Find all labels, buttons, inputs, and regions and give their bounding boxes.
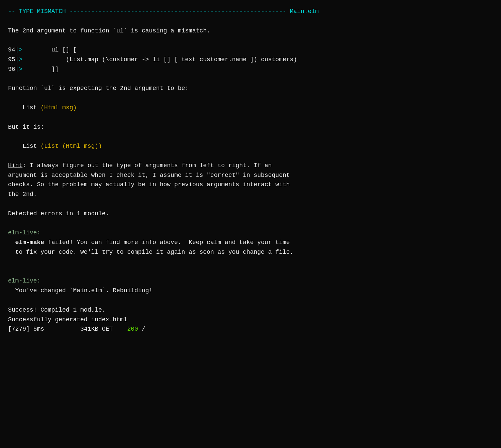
elm-live-prefix-2: elm-live:	[8, 276, 493, 286]
hint-line-2: argument is acceptable when I check it, …	[8, 171, 493, 180]
hint-line-4: the 2nd.	[8, 190, 493, 199]
hint-label: Hint	[8, 162, 22, 169]
code-line-96: 96|> ]]	[8, 65, 493, 74]
request-info: [7279] 5ms 341KB GET	[8, 326, 113, 332]
expected-type-line: List (Html msg)	[8, 103, 493, 113]
request-line: [7279] 5ms 341KB GET 200 /	[8, 324, 493, 334]
elm-make-message: failed! You can find more info above. Ke…	[44, 239, 290, 246]
elm-make-message-line2: to fix your code. We'll try to compile i…	[8, 247, 493, 257]
expected-type-prefix: List	[8, 104, 40, 111]
success-line-2: Successfully generated index.html	[8, 315, 493, 325]
terminal-output: -- TYPE MISMATCH -----------------------…	[8, 7, 493, 334]
request-path: /	[138, 326, 145, 332]
elm-make-line: elm-make failed! You can find more info …	[8, 238, 493, 247]
expecting-label: Function `ul` is expecting the 2nd argum…	[8, 84, 493, 93]
detected-errors: Detected errors in 1 module.	[8, 209, 493, 219]
actual-type-colored: (List (Html msg))	[40, 143, 102, 149]
expected-type-colored: (Html msg)	[40, 104, 77, 111]
header-prefix: -- TYPE MISMATCH	[8, 8, 70, 15]
filename: Main.elm	[290, 8, 319, 15]
elm-make-bold: elm-make	[15, 239, 44, 246]
hint-line: Hint: I always figure out the type of ar…	[8, 161, 493, 171]
actual-type-line: List (List (Html msg))	[8, 141, 493, 151]
success-line-1: Success! Compiled 1 module.	[8, 305, 493, 315]
hint-line-3: checks. So the problem may actually be i…	[8, 180, 493, 190]
elm-live-prefix-1: elm-live:	[8, 228, 493, 238]
but-it-is-label: But it is:	[8, 122, 493, 132]
error-description: The 2nd argument to function `ul` is cau…	[8, 26, 493, 36]
rebuild-message: You've changed `Main.elm`. Rebuilding!	[8, 286, 493, 296]
actual-type-prefix: List	[8, 143, 40, 149]
hint-colon: : I always figure out the type of argume…	[22, 162, 272, 169]
code-line-94: 94|> ul [] [	[8, 45, 493, 55]
code-line-95: 95|> (List.map (\customer -> li [] [ tex…	[8, 55, 493, 65]
header-dashes: ----------------------------------------…	[70, 8, 286, 15]
header-line: -- TYPE MISMATCH -----------------------…	[8, 7, 493, 16]
status-code: 200	[127, 326, 138, 332]
